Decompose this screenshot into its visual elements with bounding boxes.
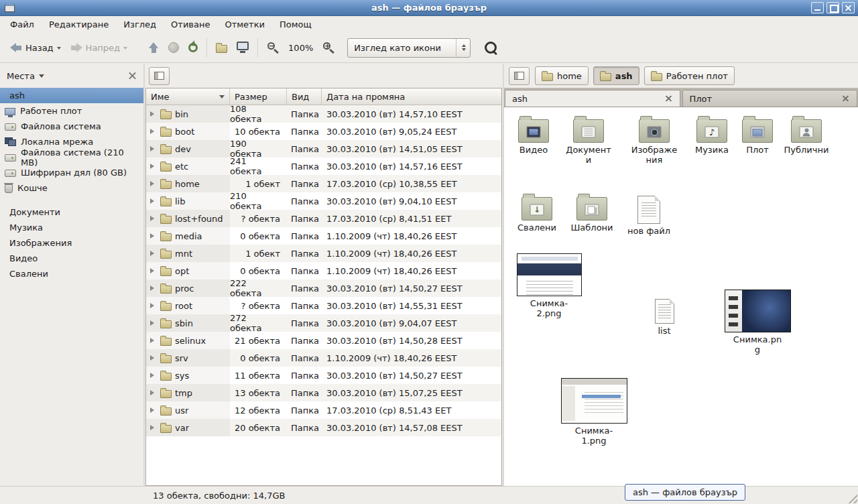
file-row[interactable]: sbin 272 обекта Папка 30.03.2010 (вт) 9,… [146,314,501,332]
zoom-in-button[interactable] [318,38,339,57]
breadcrumb-button[interactable]: Работен плот [644,66,735,85]
expander-icon[interactable] [150,251,157,256]
reload-button[interactable] [184,40,202,56]
icon-view-item[interactable]: Документи [560,114,617,166]
resize-grip[interactable] [847,493,857,503]
expander-icon[interactable] [150,390,157,395]
file-row[interactable]: media 0 обекта Папка 1.10.2009 (чт) 18,4… [146,227,501,245]
column-header-date[interactable]: Дата на промяна [322,88,501,105]
back-history-dropdown-icon[interactable] [57,47,61,52]
file-row[interactable]: dev 190 обекта Папка 30.03.2010 (вт) 14,… [146,140,501,158]
expander-icon[interactable] [150,268,157,273]
sidebar-item[interactable]: Работен плот [0,103,143,119]
maximize-button[interactable] [826,2,839,13]
expander-icon[interactable] [150,286,157,291]
back-button[interactable]: Назад [5,40,66,56]
expander-icon[interactable] [150,407,157,413]
sidebar-item[interactable]: Документи [0,204,143,220]
sidebar-item[interactable]: Изображения [0,235,143,251]
icon-view-item[interactable]: Изображения [626,114,682,166]
menu-item[interactable]: Отиване [164,16,217,33]
file-row[interactable]: selinux 21 обекта Папка 30.03.2010 (вт) … [146,332,501,349]
file-row[interactable]: bin 108 обекта Папка 30.03.2010 (вт) 14,… [146,105,501,123]
titlebar[interactable]: ash — файлов браузър [0,0,858,16]
file-row[interactable]: lib 210 обекта Папка 30.03.2010 (вт) 9,0… [146,192,501,210]
computer-button[interactable] [232,38,253,57]
minimize-button[interactable] [811,2,824,13]
sidebar-item[interactable]: Свалени [0,266,143,281]
icon-view-item[interactable]: Снимка.png [722,290,793,355]
expander-icon[interactable] [150,111,157,117]
icon-view-item[interactable]: Снимка-1.png [558,378,629,446]
column-header-name[interactable]: Име [146,88,230,105]
breadcrumb-button[interactable]: ash [593,66,639,85]
file-row[interactable]: home 1 обект Папка 17.03.2010 (ср) 10,38… [146,175,501,192]
home-button[interactable] [211,40,232,56]
file-row[interactable]: mnt 1 обект Папка 1.10.2009 (чт) 18,40,2… [146,245,501,262]
column-header-size[interactable]: Размер [230,88,287,105]
tab[interactable]: Плот [682,90,858,107]
file-row[interactable]: lost+found ? обекта Папка 17.03.2010 (ср… [146,210,501,227]
file-row[interactable]: sys 11 обекта Папка 30.03.2010 (вт) 14,5… [146,367,501,384]
expander-icon[interactable] [150,233,157,239]
expander-icon[interactable] [150,216,157,221]
expander-icon[interactable] [150,146,157,151]
tab[interactable]: ash [505,90,680,107]
expander-icon[interactable] [150,303,157,308]
up-button[interactable] [144,39,164,57]
icon-view-item[interactable]: Плот [729,114,786,155]
sidebar-item[interactable]: ash [0,88,143,103]
sidebar-dropdown-icon[interactable] [39,74,44,80]
expander-icon[interactable] [150,338,157,343]
expander-icon[interactable] [150,129,157,134]
expander-icon[interactable] [150,320,157,326]
icon-view[interactable]: Видео Документи Изображения [504,107,858,486]
menu-item[interactable]: Изглед [116,16,164,33]
sidebar-item[interactable]: Шифриран дял (80 GB) [0,165,143,180]
menu-item[interactable]: Отметки [217,16,271,33]
file-row[interactable]: root ? обекта Папка 30.03.2010 (вт) 14,5… [146,297,501,314]
breadcrumb-button[interactable]: home [535,66,589,85]
view-mode-combo[interactable]: Изглед като икони [347,38,471,58]
forward-button[interactable]: Напред [66,40,132,56]
icon-view-item[interactable]: Видео [505,114,562,155]
icon-view-item[interactable]: нов файл [621,194,677,237]
icon-view-item[interactable]: Свалени [509,192,565,233]
sidebar-item[interactable]: Кошче [0,180,143,196]
expander-icon[interactable] [150,198,157,204]
expander-icon[interactable] [150,181,157,186]
expander-icon[interactable] [150,425,157,430]
search-button[interactable] [480,38,501,57]
icon-view-item[interactable]: list [636,298,692,336]
expander-icon[interactable] [150,373,157,378]
expander-icon[interactable] [150,355,157,361]
file-row[interactable]: var 20 обекта Папка 30.03.2010 (вт) 14,5… [146,419,501,436]
stop-button[interactable] [164,39,184,56]
sidebar-item[interactable]: Видео [0,251,143,266]
expander-icon[interactable] [150,164,157,169]
file-row[interactable]: srv 0 обекта Папка 1.10.2009 (чт) 18,40,… [146,349,501,367]
sidebar-close-icon[interactable] [128,72,137,80]
menu-item[interactable]: Помощ [272,16,319,33]
icon-view-item[interactable]: Шаблони [564,192,620,233]
sidebar-item[interactable]: Музика [0,220,143,235]
sidebar-item[interactable]: Файлова система [0,119,143,134]
file-row[interactable]: etc 241 обекта Папка 30.03.2010 (вт) 14,… [146,158,501,175]
location-bar-toggle-button[interactable] [149,67,170,85]
tab-close-icon[interactable] [664,94,673,103]
tab-close-icon[interactable] [841,94,850,103]
file-row[interactable]: proc 222 обекта Папка 30.03.2010 (вт) 14… [146,279,501,297]
file-row[interactable]: tmp 13 обекта Папка 30.03.2010 (вт) 15,0… [146,384,501,401]
sidebar-item[interactable]: Файлова система (210 MB) [0,149,143,165]
file-row[interactable]: opt 0 обекта Папка 1.10.2009 (чт) 18,40,… [146,262,501,279]
file-row[interactable]: boot 10 обекта Папка 30.03.2010 (вт) 9,0… [146,123,501,140]
location-bar-toggle-button[interactable] [509,67,530,85]
column-header-type[interactable]: Вид [287,88,322,105]
file-row[interactable]: usr 12 обекта Папка 17.03.2010 (ср) 8,51… [146,401,501,419]
icon-view-item[interactable]: Публични [778,114,835,155]
icon-view-item[interactable]: Снимка-2.png [513,253,585,319]
close-button[interactable] [842,2,855,13]
menu-item[interactable]: Файл [3,16,42,33]
menu-item[interactable]: Редактиране [42,16,116,33]
zoom-out-button[interactable] [262,38,284,57]
